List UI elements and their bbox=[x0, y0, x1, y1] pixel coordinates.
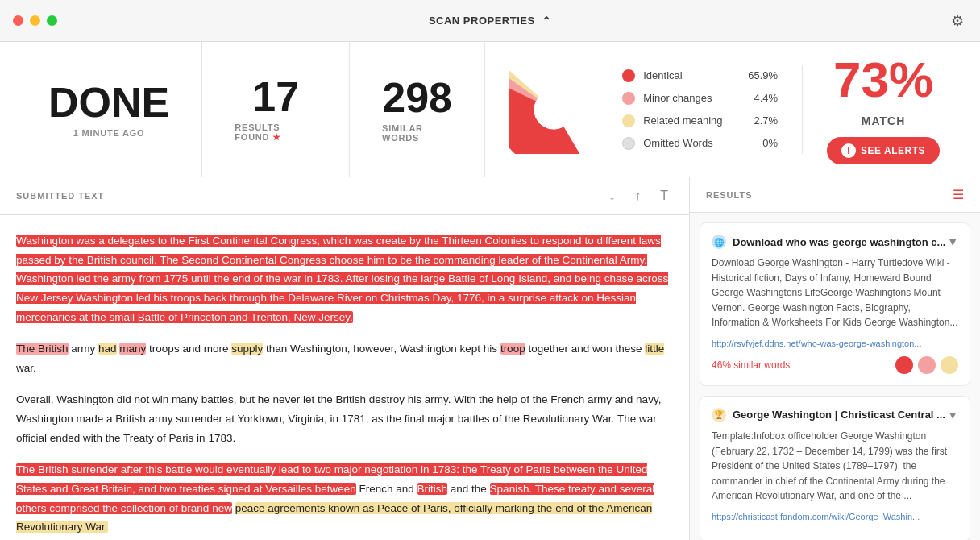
text-paragraph-4: The British surrender after this battle … bbox=[16, 460, 673, 537]
submitted-text-panel: SUBMITTED TEXT ↓ ↑ T Washington was a de… bbox=[0, 177, 690, 540]
traffic-lights bbox=[13, 15, 57, 26]
pie-svg bbox=[509, 65, 598, 154]
result-2-dropdown-icon[interactable]: ▼ bbox=[947, 409, 958, 422]
text-paragraph-1: Washington was a delegates to the First … bbox=[16, 231, 673, 326]
words-number: 298 bbox=[382, 77, 452, 118]
main-content: SUBMITTED TEXT ↓ ↑ T Washington was a de… bbox=[0, 177, 980, 540]
status-stat: DONE 1 MINUTE AGO bbox=[16, 42, 202, 177]
results-panel: RESULTS ☰ 🌐 Download who was george wash… bbox=[690, 177, 980, 540]
result-1-title-row: 🌐 Download who was george washington c..… bbox=[712, 235, 947, 249]
highlight-red: Washington was a delegates to the First … bbox=[16, 235, 668, 323]
result-card-1: 🌐 Download who was george washington c..… bbox=[700, 222, 970, 386]
result-card-2: 🏆 George Washington | Christicast Centra… bbox=[700, 396, 970, 540]
legend-item-minor: Minor changes 4.4% bbox=[622, 92, 778, 105]
results-header: RESULTS ☰ bbox=[690, 177, 980, 213]
result-1-title: Download who was george washington c... bbox=[733, 236, 945, 248]
omitted-value: 0% bbox=[762, 137, 778, 149]
result-1-footer: 46% similar words bbox=[712, 356, 958, 374]
pie-chart bbox=[509, 65, 598, 154]
words-label: SIMILAR WORDS bbox=[382, 123, 452, 143]
match-section: 73% MATCH ! SEE ALERTS bbox=[803, 55, 964, 164]
related-value: 2.7% bbox=[754, 114, 778, 127]
highlight-pink-british: The British bbox=[16, 343, 69, 355]
result-1-url[interactable]: http://rsvfvjef.ddns.net/who-was-george-… bbox=[712, 339, 958, 348]
result-2-title-row: 🏆 George Washington | Christicast Centra… bbox=[712, 408, 947, 422]
see-alerts-button[interactable]: ! SEE ALERTS bbox=[827, 137, 940, 164]
results-dot: ★ bbox=[272, 132, 281, 142]
highlight-pink-many: many bbox=[119, 343, 146, 355]
stats-bar: DONE 1 MINUTE AGO 17 RESULTS FOUND ★ 298… bbox=[0, 42, 980, 177]
identical-value: 65.9% bbox=[748, 69, 778, 81]
sort-up-button[interactable]: ↑ bbox=[629, 187, 646, 205]
words-stat: 298 SIMILAR WORDS bbox=[350, 42, 485, 177]
legend-item-omitted: Omitted Words 0% bbox=[622, 137, 778, 150]
omitted-label: Omitted Words bbox=[643, 137, 754, 149]
result-1-icon: 🌐 bbox=[712, 235, 726, 249]
text-format-button[interactable]: T bbox=[655, 187, 673, 205]
related-dot bbox=[622, 114, 635, 127]
legend-item-identical: Identical 65.9% bbox=[622, 69, 778, 82]
highlight-pink-troop: troop bbox=[500, 343, 525, 355]
close-button[interactable] bbox=[13, 15, 23, 26]
sort-down-button[interactable]: ↓ bbox=[604, 187, 620, 205]
settings-icon[interactable]: ⚙ bbox=[951, 12, 964, 30]
related-label: Related meaning bbox=[643, 114, 745, 127]
results-label: RESULTS FOUND ★ bbox=[235, 123, 317, 143]
submitted-text-content: Washington was a delegates to the First … bbox=[0, 215, 689, 540]
result-card-2-header: 🏆 George Washington | Christicast Centra… bbox=[712, 408, 958, 422]
minor-label: Minor changes bbox=[643, 92, 745, 104]
minor-dot bbox=[622, 92, 635, 105]
fullscreen-button[interactable] bbox=[47, 15, 57, 26]
match-percent: 73% bbox=[833, 55, 933, 105]
result-2-icon: 🏆 bbox=[712, 408, 726, 422]
results-title: RESULTS bbox=[706, 190, 753, 200]
pie-legend: Identical 65.9% Minor changes 4.4% Relat… bbox=[622, 69, 778, 150]
highlight-yellow-supply: supply bbox=[231, 343, 263, 355]
highlight-yellow-had: had bbox=[98, 343, 117, 355]
result-2-description: Template:Infobox officeholder George Was… bbox=[712, 429, 958, 504]
identical-label: Identical bbox=[643, 69, 740, 81]
chevron-up-icon[interactable]: ⌃ bbox=[542, 15, 552, 27]
dot-red bbox=[895, 356, 913, 374]
minimize-button[interactable] bbox=[30, 15, 40, 26]
omitted-dot bbox=[622, 137, 635, 150]
highlight-red-british-2: British bbox=[417, 483, 448, 495]
results-number: 17 bbox=[252, 76, 299, 118]
minor-value: 4.4% bbox=[754, 92, 778, 104]
pie-chart-section: Identical 65.9% Minor changes 4.4% Relat… bbox=[485, 65, 803, 154]
titlebar: SCAN PROPERTIES ⌃ ⚙ bbox=[0, 0, 980, 42]
result-1-dropdown-icon[interactable]: ▼ bbox=[947, 235, 958, 248]
scan-properties-title: SCAN PROPERTIES ⌃ bbox=[429, 15, 551, 27]
highlight-yellow-little: little bbox=[645, 343, 664, 355]
dot-yellow bbox=[941, 356, 958, 374]
alert-icon: ! bbox=[841, 143, 856, 158]
submitted-text-header: SUBMITTED TEXT ↓ ↑ T bbox=[0, 177, 689, 215]
match-label: MATCH bbox=[862, 114, 906, 127]
result-2-url[interactable]: https://christicast.fandom.com/wiki/Geor… bbox=[712, 512, 958, 521]
dot-pink bbox=[918, 356, 936, 374]
results-stat: 17 RESULTS FOUND ★ bbox=[202, 42, 350, 177]
result-1-similar-words: 46% similar words bbox=[712, 359, 790, 371]
time-ago-label: 1 MINUTE AGO bbox=[73, 128, 145, 138]
status-value: DONE bbox=[48, 81, 169, 123]
legend-item-related: Related meaning 2.7% bbox=[622, 114, 778, 127]
identical-dot bbox=[622, 69, 635, 82]
text-paragraph-2: The British army had many troops and mor… bbox=[16, 339, 673, 377]
text-paragraph-3: Overall, Washington did not win many bat… bbox=[16, 390, 673, 447]
submitted-text-title: SUBMITTED TEXT bbox=[16, 191, 104, 201]
svg-point-3 bbox=[534, 89, 574, 129]
see-alerts-label: SEE ALERTS bbox=[861, 145, 925, 156]
filter-button[interactable]: ☰ bbox=[953, 187, 964, 202]
results-list: 🌐 Download who was george washington c..… bbox=[690, 213, 980, 540]
result-1-description: Download George Washington - Harry Turtl… bbox=[712, 255, 958, 330]
result-1-color-dots bbox=[895, 356, 958, 374]
result-2-title: George Washington | Christicast Central … bbox=[733, 409, 945, 421]
panel-actions: ↓ ↑ T bbox=[604, 187, 673, 205]
result-card-1-header: 🌐 Download who was george washington c..… bbox=[712, 235, 958, 249]
